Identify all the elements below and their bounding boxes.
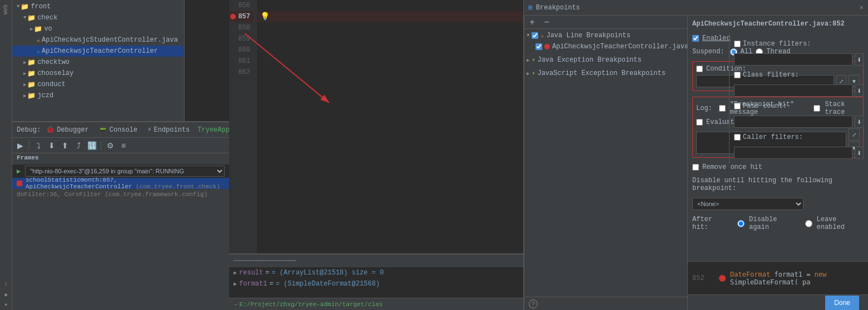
pass-count-btn[interactable]: ⬇ xyxy=(855,116,864,128)
path-arrow: → xyxy=(234,301,237,308)
disable-until-select[interactable]: <None> xyxy=(692,198,803,210)
tree-item-checktwo[interactable]: ▶ 📁 checktwo xyxy=(12,57,184,68)
file-label-teacher: ApiCheckwsjcTeacherController xyxy=(42,47,158,55)
condition-checkbox[interactable] xyxy=(696,66,703,72)
class-filters-label: Class filters: xyxy=(743,71,799,79)
run-cursor-btn[interactable]: ⤴ xyxy=(73,140,84,151)
web-label: Web xyxy=(3,4,9,14)
after-hit-leave-label: Leave enabled xyxy=(817,216,864,231)
var-row-result: ▶ result = = (ArrayList@21518) size = 0 xyxy=(229,267,523,278)
console-icon: 📟 xyxy=(99,126,107,134)
remove-once-checkbox[interactable] xyxy=(692,164,699,171)
pass-count-input[interactable] xyxy=(734,116,852,128)
caller-filters-checkbox[interactable] xyxy=(734,134,741,141)
settings-btn[interactable]: ⚙ xyxy=(105,140,116,151)
gutter-line-860: 860 xyxy=(229,44,254,56)
gutter-line-859: 859 xyxy=(229,33,254,44)
tab-debugger[interactable]: 🐞 Debugger xyxy=(42,123,93,137)
class-filters-row: Class filters: xyxy=(734,71,864,79)
eval-log-checkbox[interactable] xyxy=(696,119,703,126)
folder-arrow-vo: ▶ xyxy=(30,26,33,32)
gutter: 856 857 858 859 860 861 xyxy=(229,0,257,253)
line-num-859: 859 xyxy=(238,33,250,44)
bp-item-teacher[interactable]: ApiCheckwsjcTeacherController.java... xyxy=(524,41,687,52)
line-num-857: 857 xyxy=(238,11,250,22)
pass-count-row: Pass count: xyxy=(734,102,864,110)
bp-group-java-exc-header[interactable]: ▶ ⚡ Java Exception Breakpoints xyxy=(524,54,687,66)
caller-filters-row: Caller filters: xyxy=(734,133,864,141)
step-into-btn[interactable]: ⬇ xyxy=(46,140,57,151)
after-hit-label: After hit: xyxy=(692,216,728,231)
remove-bp-btn[interactable]: − xyxy=(541,17,552,28)
instance-filters-checkbox[interactable] xyxy=(734,41,741,47)
web-icon-1[interactable]: ↕ xyxy=(4,281,8,287)
tab-endpoints[interactable]: ⚡ Endpoints xyxy=(143,123,194,137)
done-button[interactable]: Done xyxy=(825,296,859,310)
tree-item-front[interactable]: ▼ 📁 front xyxy=(12,1,184,12)
tree-item-teacher-ctrl[interactable]: ☕ ApiCheckwsjcTeacherController xyxy=(12,46,184,57)
bp-group-label-java-exc: Java Exception Breakpoints xyxy=(537,56,641,64)
caller-filters-btn[interactable]: ⬇ xyxy=(855,147,864,159)
log-msg-checkbox[interactable] xyxy=(719,105,726,112)
help-icon[interactable]: ? xyxy=(529,299,538,308)
frame-item-1[interactable]: doFilter:36, CorsFilter (com.tryee.frame… xyxy=(12,189,229,200)
more-btn[interactable]: ≡ xyxy=(118,140,129,151)
frame-item-0[interactable]: schoolStatisticmonth:857, ApiCheckwsjcTe… xyxy=(12,178,229,189)
folder-label-checktwo: checktwo xyxy=(37,58,70,66)
bp-group-arrow-js-exc: ▶ xyxy=(527,71,529,77)
code-line-861 xyxy=(257,56,523,67)
instance-filters-input[interactable] xyxy=(734,53,852,66)
debug-toolbar: ▶ ⤵ ⬇ ⬆ ⤴ 🔢 ⚙ ≡ xyxy=(12,138,229,153)
line-num-860: 860 xyxy=(238,44,250,56)
folder-icon-checktwo: 📁 xyxy=(27,58,36,67)
disable-until-label: Disable until hitting the following brea… xyxy=(692,177,864,192)
tree-item-check[interactable]: ▼ 📁 check xyxy=(12,12,184,23)
console-label: Console xyxy=(110,126,137,134)
class-filters-input[interactable] xyxy=(734,84,852,97)
var-val-format1: = (SimpleDateFormat@21568) xyxy=(276,280,380,288)
gutter-line-856: 856 xyxy=(229,0,254,11)
bp-group-checkbox-java-line[interactable] xyxy=(532,32,538,39)
bp-item-checkbox-teacher[interactable] xyxy=(535,43,542,50)
breakpoint-square xyxy=(17,181,22,186)
play-icon: ▶ xyxy=(17,167,21,176)
file-label-student: ApiCheckwsjcStudentController.java xyxy=(42,36,178,44)
step-out-btn[interactable]: ⬆ xyxy=(59,140,71,151)
folder-label-vo: vo xyxy=(44,25,52,33)
add-bp-btn[interactable]: + xyxy=(527,17,538,28)
after-hit-disable-radio[interactable] xyxy=(737,220,745,227)
close-breakpoints-btn[interactable]: ✕ xyxy=(860,3,864,12)
class-filters-checkbox[interactable] xyxy=(734,72,741,78)
web-icon-2[interactable]: ● xyxy=(4,292,8,298)
web-icon-3[interactable]: ★ xyxy=(4,301,8,308)
caller-filters-input[interactable] xyxy=(734,147,852,159)
bp-group-js-exc-header[interactable]: ▶ ⚡ JavaScript Exception Breakpoints xyxy=(524,68,687,79)
thread-select[interactable]: "http-nio-80-exec-3"@16,259 in group "ma… xyxy=(25,166,225,177)
code-line-859 xyxy=(257,33,523,44)
folder-icon-vo: 📁 xyxy=(34,25,42,33)
tab-console[interactable]: 📟 Console xyxy=(95,123,142,137)
var-arrow-result: ▶ xyxy=(234,269,237,276)
bp-group-label-js-exc: JavaScript Exception Breakpoints xyxy=(537,69,665,77)
pass-count-checkbox[interactable] xyxy=(734,103,741,109)
evaluate-btn[interactable]: 🔢 xyxy=(86,140,97,151)
bp-group-java-line-header[interactable]: ▼ ☕ Java Line Breakpoints xyxy=(524,30,687,41)
path-bar: → E:/Project/zhxg/tryee-admin/target/cla… xyxy=(229,298,523,310)
folder-icon-chooselay: 📁 xyxy=(27,69,36,78)
instance-filters-btn[interactable]: ⬇ xyxy=(855,53,864,66)
var-key-result: result xyxy=(239,269,263,277)
tree-item-student-ctrl[interactable]: ☕ ApiCheckwsjcStudentController.java xyxy=(12,34,184,46)
tree-item-conduct[interactable]: ▶ 📁 conduct xyxy=(12,79,184,90)
tree-item-vo[interactable]: ▶ 📁 vo xyxy=(12,23,184,34)
tree-item-jczd[interactable]: ▶ 📁 jczd xyxy=(12,90,184,101)
left-section: ▼ 📁 front ▼ 📁 check ▶ 📁 vo xyxy=(12,0,229,310)
remove-once-row: Remove once hit xyxy=(692,163,864,171)
class-filters-input-row: ⬇ xyxy=(734,84,864,97)
step-over-btn[interactable]: ⤵ xyxy=(33,140,44,151)
class-filters-btn[interactable]: ⬇ xyxy=(855,84,864,97)
debugger-label: Debugger xyxy=(57,126,89,134)
after-hit-leave-radio[interactable] xyxy=(805,220,812,227)
enabled-checkbox[interactable] xyxy=(692,35,699,42)
resume-btn[interactable]: ▶ xyxy=(14,140,26,151)
tree-item-chooselay[interactable]: ▶ 📁 chooselay xyxy=(12,68,184,79)
